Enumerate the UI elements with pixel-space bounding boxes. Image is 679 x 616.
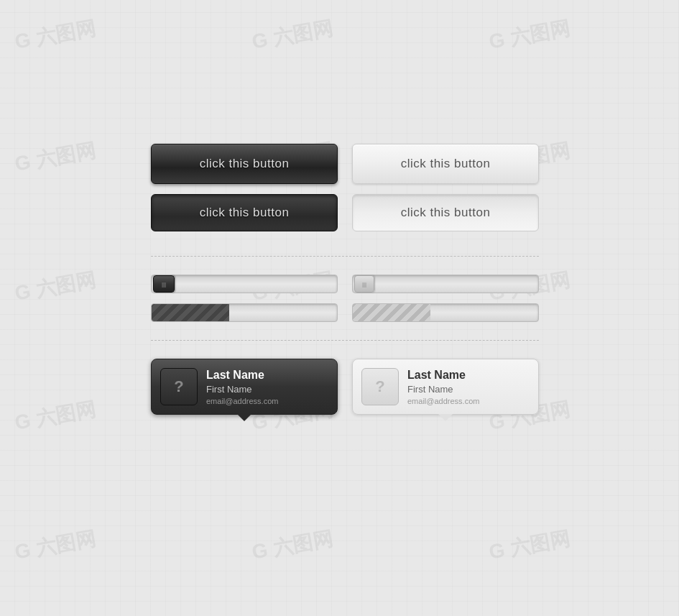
avatar-light: ? [361, 368, 399, 405]
profile-card-light[interactable]: ? Last Name First Name email@address.com [352, 359, 539, 415]
profile-lastname-dark: Last Name [206, 369, 278, 382]
divider-1 [151, 256, 539, 257]
slider-section [151, 264, 539, 333]
profile-info-light: Last Name First Name email@address.com [407, 369, 479, 405]
profile-card-dark[interactable]: ? Last Name First Name email@address.com [151, 359, 338, 415]
dark-button-2[interactable]: click this button [151, 194, 338, 231]
progress-dark [151, 303, 338, 322]
light-button-2[interactable]: click this button [352, 194, 539, 231]
profile-lastname-light: Last Name [407, 369, 479, 382]
watermark: G 六图网 [13, 14, 98, 55]
light-button-1[interactable]: click this button [352, 144, 539, 184]
slider-light[interactable] [352, 275, 539, 293]
watermark: G 六图网 [13, 137, 98, 178]
button-row-1: click this button click this button [151, 144, 539, 184]
profile-row: ? Last Name First Name email@address.com… [151, 359, 539, 415]
main-container: click this button click this button clic… [151, 137, 539, 426]
watermark: G 六图网 [13, 525, 98, 566]
watermark: G 六图网 [487, 14, 572, 55]
progress-fill-dark [152, 304, 229, 321]
divider-2 [151, 340, 539, 341]
slider-dark[interactable] [151, 275, 338, 293]
button-row-2: click this button click this button [151, 194, 539, 231]
watermark: G 六图网 [250, 525, 335, 566]
progress-fill-light [353, 304, 430, 321]
profile-email-light: email@address.com [407, 397, 479, 405]
button-section-row1: click this button click this button clic… [151, 137, 539, 249]
profile-info-dark: Last Name First Name email@address.com [206, 369, 278, 405]
dark-button-1[interactable]: click this button [151, 144, 338, 184]
watermark: G 六图网 [250, 14, 335, 55]
watermark: G 六图网 [487, 525, 572, 566]
progress-row [151, 303, 539, 322]
slider-row-1 [151, 275, 539, 293]
watermark: G 六图网 [13, 395, 98, 436]
slider-thumb-light[interactable] [354, 275, 374, 293]
avatar-dark-icon: ? [174, 377, 183, 396]
profile-email-dark: email@address.com [206, 397, 278, 405]
slider-thumb-dark[interactable] [153, 275, 175, 293]
avatar-dark: ? [160, 368, 198, 405]
watermark: G 六图网 [13, 266, 98, 307]
profile-section: ? Last Name First Name email@address.com… [151, 348, 539, 426]
profile-firstname-dark: First Name [206, 384, 278, 395]
avatar-light-icon: ? [375, 377, 384, 396]
profile-firstname-light: First Name [407, 384, 479, 395]
progress-light [352, 303, 539, 322]
